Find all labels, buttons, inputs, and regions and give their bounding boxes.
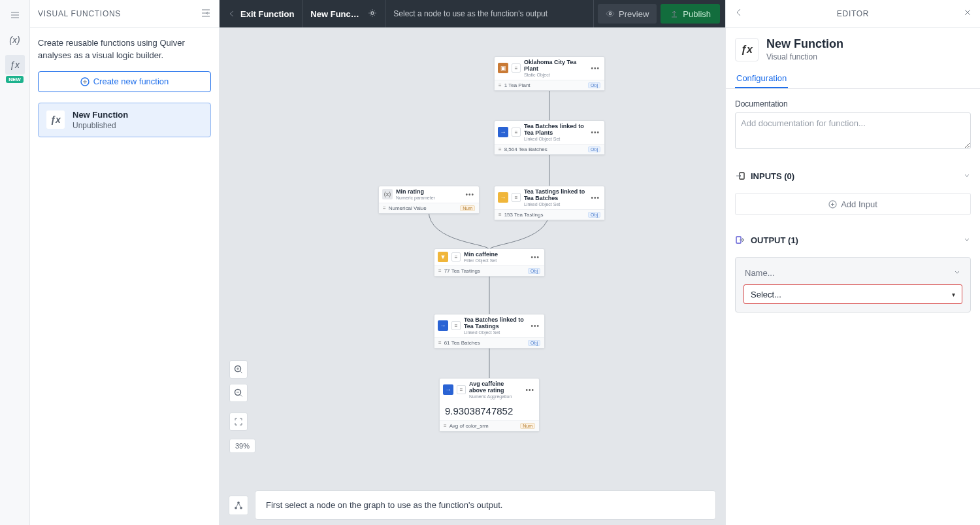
graph-node[interactable]: (x) Min rating Numeric parameter ••• ≡ N… — [378, 186, 480, 214]
object-icon: ▣ — [498, 63, 508, 73]
hint-message: First select a node on the graph to use … — [255, 490, 716, 520]
sidebar-description: Create reusable functions using Quiver a… — [38, 37, 211, 62]
bars-icon: ≡ — [444, 423, 447, 429]
collapse-sidebar-icon[interactable] — [201, 8, 211, 20]
publish-button[interactable]: Publish — [661, 4, 720, 24]
graph-node[interactable]: → ≡ Tea Tastings linked to Tea Batches L… — [494, 186, 605, 220]
exit-function-button[interactable]: Exit Function — [227, 9, 294, 19]
back-icon[interactable] — [734, 7, 744, 20]
graph-canvas[interactable]: ▣ ≡ Oklahoma City Tea Plant Static Objec… — [220, 27, 725, 525]
graph-node[interactable]: → ≡ Avg caffeine above rating Numeric Ag… — [439, 378, 540, 432]
node-menu-icon[interactable]: ••• — [529, 254, 541, 261]
link-icon: → — [498, 192, 508, 203]
editor-function-type: Visual function — [766, 52, 843, 61]
svg-point-1 — [371, 12, 374, 14]
gear-icon[interactable] — [368, 8, 377, 20]
fx-icon: ƒx — [46, 110, 65, 129]
output-name-dropdown[interactable]: Name... — [743, 265, 962, 284]
outputs-icon — [735, 235, 745, 245]
new-badge: NEW — [6, 76, 24, 83]
filter-icon: ▼ — [438, 252, 448, 262]
icon-rail: (x) ƒx NEW — [0, 0, 30, 525]
bars-icon: ≡ — [438, 268, 442, 274]
aggregation-icon: → — [443, 384, 453, 395]
close-icon[interactable] — [963, 8, 972, 20]
node-menu-icon[interactable]: ••• — [529, 322, 541, 330]
function-name-breadcrumb[interactable]: New Functi... — [310, 9, 361, 19]
link-icon: → — [438, 320, 448, 331]
menu-icon[interactable] — [5, 5, 25, 25]
outputs-header: OUTPUT (1) — [751, 235, 798, 245]
chevron-down-icon[interactable] — [963, 235, 971, 245]
chevron-down-icon[interactable] — [963, 171, 971, 181]
chevron-down-icon — [953, 268, 961, 278]
graph-node[interactable]: ▣ ≡ Oklahoma City Tea Plant Static Objec… — [494, 56, 605, 91]
bars-icon: ≡ — [498, 82, 502, 88]
node-value: 9.93038747852 — [440, 401, 539, 420]
row-icon: ≡ — [512, 63, 521, 73]
row-icon: ≡ — [457, 385, 466, 394]
create-function-button[interactable]: Create new function — [38, 71, 211, 92]
output-select-dropdown[interactable]: Select... ▾ — [743, 284, 962, 304]
variable-icon[interactable]: (x) — [5, 30, 25, 50]
inputs-header: INPUTS (0) — [751, 171, 794, 181]
fx-icon: ƒx — [735, 38, 759, 61]
node-menu-icon[interactable]: ••• — [589, 194, 601, 201]
node-menu-icon[interactable]: ••• — [524, 386, 536, 394]
toolbar-help-text: Select a node to use as the function's o… — [385, 0, 594, 27]
zoom-in-button[interactable] — [229, 360, 248, 379]
row-icon: ≡ — [512, 193, 521, 202]
graph-node[interactable]: → ≡ Tea Batches linked to Tea Plants Lin… — [494, 120, 605, 155]
graph-node[interactable]: ▼ ≡ Min caffeine Filter Object Set ••• ≡… — [434, 248, 545, 277]
graph-mode-button[interactable] — [229, 496, 248, 515]
row-icon: ≡ — [512, 127, 521, 137]
node-menu-icon[interactable]: ••• — [589, 65, 601, 72]
editor-function-name: New Function — [766, 37, 843, 51]
bars-icon: ≡ — [383, 205, 386, 211]
bars-icon: ≡ — [498, 146, 502, 152]
preview-button[interactable]: Preview — [598, 4, 657, 24]
editor-title: EDITOR — [837, 9, 869, 18]
canvas-area: Exit Function New Functi... Select a nod… — [220, 0, 725, 525]
row-icon: ≡ — [451, 321, 461, 330]
bars-icon: ≡ — [498, 212, 502, 218]
parameter-icon: (x) — [382, 189, 393, 199]
tab-configuration[interactable]: Configuration — [735, 68, 788, 88]
svg-point-2 — [610, 12, 612, 14]
documentation-textarea[interactable] — [735, 112, 971, 149]
node-menu-icon[interactable]: ••• — [589, 129, 601, 136]
editor-panel: EDITOR ƒx New Function Visual function C… — [725, 0, 980, 525]
graph-node[interactable]: → ≡ Tea Batches linked to Tea Tastings L… — [434, 314, 545, 348]
function-card-name: New Function — [73, 110, 128, 120]
documentation-label: Documentation — [735, 99, 971, 109]
fx-icon[interactable]: ƒx — [5, 55, 25, 75]
function-card[interactable]: ƒx New Function Unpublished — [38, 103, 211, 137]
link-icon: → — [498, 127, 508, 137]
toolbar: Exit Function New Functi... Select a nod… — [220, 0, 725, 27]
node-menu-icon[interactable]: ••• — [464, 191, 476, 198]
add-input-button[interactable]: Add Input — [735, 193, 971, 215]
zoom-out-button[interactable] — [229, 384, 248, 402]
row-icon: ≡ — [451, 252, 461, 262]
output-config-box: Name... Select... ▾ — [735, 257, 971, 313]
zoom-controls: 39% — [229, 360, 255, 453]
sidebar-title: VISUAL FUNCTIONS — [38, 9, 121, 18]
bars-icon: ≡ — [438, 340, 442, 346]
caret-down-icon: ▾ — [952, 291, 955, 298]
zoom-percentage: 39% — [229, 439, 255, 453]
function-card-status: Unpublished — [73, 121, 128, 130]
fit-screen-button[interactable] — [229, 413, 248, 431]
sidebar: VISUAL FUNCTIONS Create reusable functio… — [30, 0, 220, 525]
inputs-icon — [735, 171, 745, 181]
